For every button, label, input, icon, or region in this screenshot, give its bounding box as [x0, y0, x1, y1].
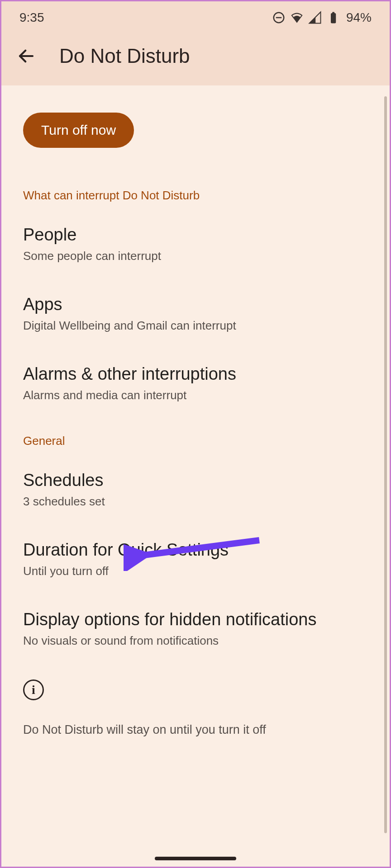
setting-title: Schedules — [23, 471, 368, 490]
setting-title: Duration for Quick Settings — [23, 540, 368, 560]
svg-rect-3 — [332, 12, 334, 14]
svg-rect-2 — [331, 13, 336, 24]
status-right-cluster: 94% — [272, 10, 372, 25]
setting-duration[interactable]: Duration for Quick Settings Until you tu… — [23, 540, 368, 578]
setting-subtitle: Until you turn off — [23, 564, 368, 578]
setting-schedules[interactable]: Schedules 3 schedules set — [23, 471, 368, 509]
signal-icon — [308, 11, 322, 24]
app-bar: Do Not Disturb — [1, 31, 390, 85]
arrow-left-icon — [17, 47, 36, 66]
setting-alarms[interactable]: Alarms & other interruptions Alarms and … — [23, 364, 368, 402]
setting-title: Alarms & other interruptions — [23, 364, 368, 384]
back-button[interactable] — [15, 45, 38, 67]
setting-title: Display options for hidden notifications — [23, 610, 368, 629]
dnd-off-icon — [272, 11, 286, 24]
page-title: Do Not Disturb — [59, 45, 190, 67]
setting-people[interactable]: People Some people can interrupt — [23, 225, 368, 263]
status-bar: 9:35 94% — [1, 1, 390, 31]
battery-icon — [326, 11, 340, 24]
scrollbar[interactable] — [384, 96, 387, 833]
setting-display-options[interactable]: Display options for hidden notifications… — [23, 610, 368, 648]
setting-subtitle: No visuals or sound from notifications — [23, 634, 368, 648]
turn-off-now-button[interactable]: Turn off now — [23, 113, 134, 148]
dnd-status-text: Do Not Disturb will stay on until you tu… — [23, 723, 368, 737]
setting-subtitle: Some people can interrupt — [23, 249, 368, 263]
navigation-handle[interactable] — [155, 857, 236, 860]
setting-title: People — [23, 225, 368, 245]
setting-subtitle: 3 schedules set — [23, 495, 368, 509]
setting-title: Apps — [23, 295, 368, 314]
dnd-status-row: i Do Not Disturb will stay on until you … — [23, 679, 368, 737]
section-header-interrupt: What can interrupt Do Not Disturb — [23, 189, 368, 203]
setting-apps[interactable]: Apps Digital Wellbeing and Gmail can int… — [23, 295, 368, 333]
status-time: 9:35 — [19, 10, 44, 25]
section-header-general: General — [23, 434, 368, 448]
info-icon: i — [23, 679, 44, 700]
battery-percent: 94% — [346, 10, 372, 25]
settings-content: Turn off now What can interrupt Do Not D… — [1, 85, 390, 737]
setting-subtitle: Alarms and media can interrupt — [23, 388, 368, 402]
wifi-icon — [290, 11, 304, 24]
setting-subtitle: Digital Wellbeing and Gmail can interrup… — [23, 319, 368, 333]
